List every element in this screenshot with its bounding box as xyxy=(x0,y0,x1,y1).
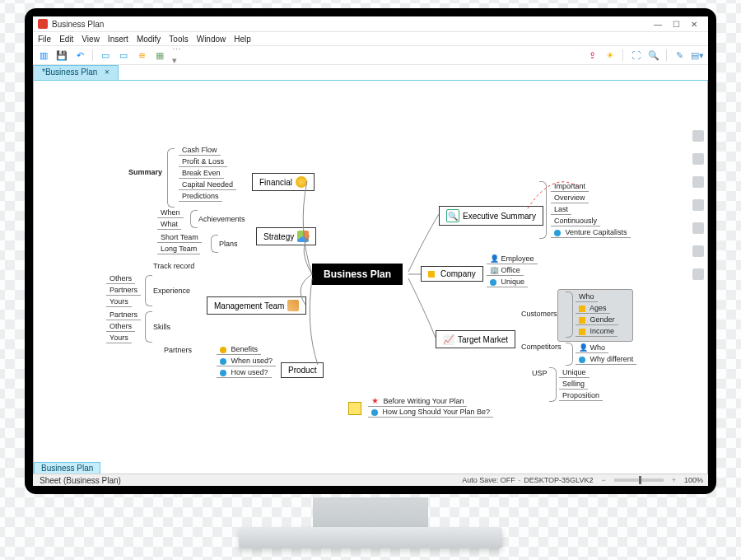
leaf[interactable]: Income xyxy=(576,326,618,337)
subtopic-icon[interactable]: ▭ xyxy=(118,49,129,61)
floating-note[interactable]: How Long Should Your Plan Be? xyxy=(368,407,493,418)
more-icon[interactable]: ⋯▾ xyxy=(172,49,184,61)
format-icon[interactable]: ✎ xyxy=(673,49,685,61)
leaf[interactable]: Why different xyxy=(576,354,636,365)
leaf[interactable]: Important xyxy=(551,181,589,192)
leaf[interactable]: Proposition xyxy=(559,390,603,401)
sheet-tab[interactable]: Business Plan xyxy=(34,462,100,474)
panel-icon-1[interactable] xyxy=(692,130,704,142)
label-track-record[interactable]: Track record xyxy=(153,262,194,270)
leaf[interactable]: When xyxy=(157,208,184,218)
label-competitors[interactable]: Competitors xyxy=(521,343,562,351)
leaf[interactable]: 👤 Employee xyxy=(487,254,538,264)
label-plans[interactable]: Plans xyxy=(219,240,238,248)
leaf[interactable]: Cash Flow xyxy=(179,145,221,156)
leaf[interactable]: 🏢 Office xyxy=(487,265,524,276)
zoom-fit-icon[interactable]: ⛶ xyxy=(630,49,641,61)
leaf[interactable]: Continuously xyxy=(551,216,600,226)
menu-file[interactable]: File xyxy=(38,35,51,44)
leaf[interactable]: Predictions xyxy=(179,191,222,202)
sheet-bar: Business Plan xyxy=(34,460,707,474)
panel-icon-6[interactable] xyxy=(692,245,704,257)
leaf[interactable]: Others xyxy=(106,321,135,332)
leaf[interactable]: Last xyxy=(551,204,571,215)
boundary-icon[interactable]: ▦ xyxy=(154,49,165,61)
panel-icon[interactable]: ▤▾ xyxy=(692,49,703,61)
label-experience[interactable]: Experience xyxy=(153,287,190,295)
search-icon[interactable]: 🔍 xyxy=(648,49,659,61)
brace-icon xyxy=(566,343,573,366)
share-icon[interactable]: ⇪ xyxy=(586,49,598,61)
leaf[interactable]: Partners xyxy=(106,310,141,320)
label-usp[interactable]: USP xyxy=(532,369,548,377)
node-financial[interactable]: Financial xyxy=(252,173,315,191)
leaf[interactable]: Break Even xyxy=(179,168,224,179)
leaf[interactable]: Long Team xyxy=(157,244,200,254)
note-icon[interactable] xyxy=(348,402,361,415)
leaf[interactable]: Ages xyxy=(576,303,610,314)
zoom-slider[interactable] xyxy=(614,478,664,482)
floating-note[interactable]: ★ Before Writing Your Plan xyxy=(368,395,467,407)
node-central[interactable]: Business Plan xyxy=(312,264,403,285)
zoom-in-icon[interactable]: + xyxy=(672,476,676,484)
label-skills[interactable]: Skills xyxy=(153,323,170,331)
node-target-market[interactable]: 📈 Target Market xyxy=(436,330,515,348)
undo-icon[interactable]: ↶ xyxy=(74,49,86,61)
brace-icon xyxy=(190,210,198,228)
panel-icon-3[interactable] xyxy=(692,176,704,188)
menu-tools[interactable]: Tools xyxy=(169,35,188,44)
leaf[interactable]: Yours xyxy=(106,333,132,343)
panel-icon-4[interactable] xyxy=(692,199,704,211)
idea-icon[interactable]: ☀ xyxy=(604,49,616,61)
panel-icon-2[interactable] xyxy=(692,153,704,165)
leaf[interactable]: Benefits xyxy=(217,344,261,355)
leaf[interactable]: What xyxy=(157,219,181,230)
leaf[interactable]: How used? xyxy=(217,367,272,378)
close-tab-icon[interactable]: × xyxy=(105,68,110,77)
zoom-out-icon[interactable]: − xyxy=(601,476,605,484)
leaf[interactable]: Selling xyxy=(559,379,588,390)
leaf[interactable]: Unique xyxy=(559,367,590,378)
node-company[interactable]: Company xyxy=(421,266,483,282)
menu-window[interactable]: Window xyxy=(197,35,226,44)
leaf[interactable]: Overview xyxy=(551,193,589,203)
leaf[interactable]: Profit & Loss xyxy=(179,156,227,167)
save-icon[interactable]: 💾 xyxy=(56,49,68,61)
document-tab[interactable]: *Business Plan × xyxy=(33,65,119,80)
panel-icon-5[interactable] xyxy=(692,222,704,234)
leaf[interactable]: Short Team xyxy=(157,232,202,243)
leaf[interactable]: Unique xyxy=(487,277,528,287)
menu-view[interactable]: View xyxy=(82,35,100,44)
magnifier-icon: 🔍 xyxy=(446,209,459,222)
label-customers[interactable]: Customers xyxy=(521,310,557,318)
mindmap-canvas[interactable]: Business Plan Financial Strategy Managem… xyxy=(33,80,708,486)
maximize-button[interactable]: ☐ xyxy=(667,20,685,29)
leaf[interactable]: Capital Needed xyxy=(179,180,236,190)
leaf[interactable]: Who xyxy=(576,292,598,302)
menu-help[interactable]: Help xyxy=(234,35,251,44)
window-title: Business Plan xyxy=(52,20,104,29)
node-strategy[interactable]: Strategy xyxy=(256,227,316,245)
sheet-label: Sheet (Business Plan) xyxy=(40,476,121,485)
node-management-team[interactable]: Management Team xyxy=(207,296,306,315)
label-achievements[interactable]: Achievements xyxy=(198,215,245,223)
menu-modify[interactable]: Modify xyxy=(137,35,161,44)
node-executive-summary[interactable]: 🔍 Executive Summary xyxy=(439,206,543,226)
panel-icon-7[interactable] xyxy=(692,268,704,280)
leaf[interactable]: Gender xyxy=(576,315,618,325)
leaf[interactable]: Venture Capitalists xyxy=(551,227,631,238)
topic-icon[interactable]: ▭ xyxy=(100,49,111,61)
leaf[interactable]: When used? xyxy=(217,356,276,366)
relationship-icon[interactable]: ≋ xyxy=(136,49,147,61)
menu-insert[interactable]: Insert xyxy=(108,35,128,44)
leaf[interactable]: Others xyxy=(106,273,135,284)
new-icon[interactable]: ▥ xyxy=(38,49,49,61)
label-partners[interactable]: Partners xyxy=(164,346,192,354)
close-button[interactable]: ✕ xyxy=(685,20,703,29)
leaf[interactable]: Yours xyxy=(106,296,132,307)
leaf[interactable]: 👤 Who xyxy=(576,343,608,353)
leaf[interactable]: Partners xyxy=(106,285,141,296)
menu-edit[interactable]: Edit xyxy=(59,35,73,44)
node-product[interactable]: Product xyxy=(281,362,324,378)
minimize-button[interactable]: — xyxy=(649,20,667,29)
